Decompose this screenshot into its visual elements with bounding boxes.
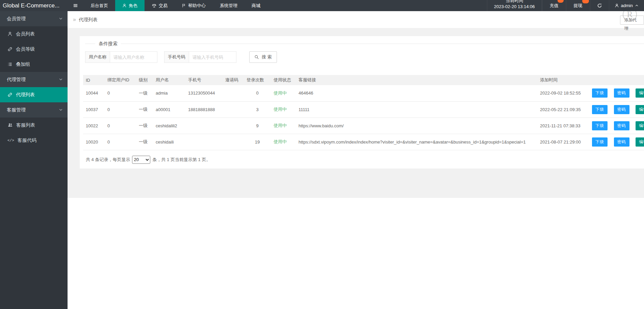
- sidebar-item-stack-group[interactable]: 叠加组: [0, 57, 68, 72]
- th-invite-code: 邀请码: [223, 75, 244, 85]
- password-button[interactable]: 密码: [614, 105, 629, 114]
- refresh-icon[interactable]: [590, 0, 609, 11]
- edit-button[interactable]: 编辑: [636, 137, 644, 147]
- breadcrumb: »代理列表: [73, 11, 98, 28]
- link-icon: [7, 92, 12, 97]
- th-service-link: 客服链接: [296, 75, 537, 85]
- th-id: ID: [83, 75, 105, 85]
- user-icon: [615, 3, 619, 8]
- th-created-at: 添加时间: [537, 75, 587, 85]
- chevron-down-icon: [59, 108, 63, 112]
- nav-item-role[interactable]: 角色: [115, 0, 145, 11]
- password-button[interactable]: 密码: [614, 121, 629, 130]
- sidebar-group-member[interactable]: 会员管理: [0, 11, 68, 26]
- username-label: 用户名称: [85, 51, 110, 63]
- scales-icon: [152, 3, 157, 8]
- subordinate-button[interactable]: 下级: [592, 105, 608, 114]
- add-agent-button[interactable]: 添加代理: [620, 16, 644, 25]
- navbar-right: 当前时间 2023-02-20 13:14:06 充值 提现 admin: [487, 0, 644, 11]
- th-actions: [587, 75, 644, 85]
- th-status: 使用状态: [271, 75, 296, 85]
- table-row: 10020 0 一级 ceshidaili 19 使用中 https://sdx…: [83, 134, 644, 150]
- pagination-prefix: 共 4 条记录，每页显示: [86, 157, 130, 163]
- nav-item-mall[interactable]: 商城: [244, 0, 267, 11]
- recharge-link[interactable]: 充值: [542, 0, 566, 11]
- status-badge: 使用中: [271, 118, 296, 134]
- nav-item-help[interactable]: 帮助中心: [175, 0, 213, 11]
- th-bind-user-id: 绑定用户ID: [105, 75, 136, 85]
- flag-icon: [182, 3, 186, 8]
- th-phone: 手机号: [185, 75, 223, 85]
- sidebar-item-member-level[interactable]: 会员等级: [0, 42, 68, 57]
- user-icon: [122, 3, 127, 8]
- phone-group: 手机号码: [164, 51, 236, 63]
- status-badge: 使用中: [271, 85, 296, 101]
- th-login-count: 登录次数: [244, 75, 271, 85]
- user-menu[interactable]: admin: [609, 0, 644, 11]
- edit-button[interactable]: 编辑: [636, 121, 644, 130]
- sidebar-group-service[interactable]: 客服管理: [0, 102, 68, 118]
- edit-button[interactable]: 编辑: [636, 105, 644, 114]
- user-icon: [7, 31, 12, 36]
- agent-table: ID 绑定用户ID 级别 用户名 手机号 邀请码 登录次数 使用状态 客服链接 …: [83, 75, 644, 150]
- current-time: 当前时间 2023-02-20 13:14:06: [487, 0, 542, 11]
- page-size-select[interactable]: 20: [132, 156, 150, 164]
- time-value: 2023-02-20 13:14:06: [494, 4, 535, 11]
- phone-input[interactable]: [189, 51, 236, 63]
- app-logo: Global E-Commerce...: [0, 0, 68, 11]
- nav-item-system[interactable]: 系统管理: [213, 0, 244, 11]
- sidebar: 会员管理 会员列表 会员等级 叠加组 代理管理 代理列表 客服管理 客服列表 <…: [0, 11, 68, 309]
- top-menu: 后台首页 角色 交易 帮助中心 系统管理 商城: [83, 0, 267, 11]
- code-icon: </>: [7, 138, 14, 143]
- pagination: 共 4 条记录，每页显示 20 条，共 1 页当前显示第 1 页。: [86, 156, 644, 164]
- th-username: 用户名: [153, 75, 185, 85]
- top-navbar: Global E-Commerce... 后台首页 角色 交易 帮助中心 系统管…: [0, 0, 644, 11]
- sidebar-item-service-code[interactable]: </> 客服代码: [0, 133, 68, 148]
- th-level: 级别: [136, 75, 153, 85]
- password-button[interactable]: 密码: [614, 137, 629, 147]
- search-icon: [254, 55, 259, 59]
- table-row: 10022 0 一级 ceshidalili2 9 使用中 https://ww…: [83, 118, 644, 134]
- status-badge: 使用中: [271, 101, 296, 118]
- chevron-down-icon: [59, 77, 63, 81]
- sidebar-item-member-list[interactable]: 会员列表: [0, 26, 68, 42]
- people-icon: [7, 123, 13, 128]
- table-row: 10037 0 一级 a00001 18818881888 3 使用中 1111…: [83, 101, 644, 118]
- status-badge: 使用中: [271, 134, 296, 150]
- withdraw-badge: [582, 0, 589, 3]
- subordinate-button[interactable]: 下级: [592, 137, 608, 147]
- breadcrumb-bar: »代理列表 添加代理 R: [68, 11, 644, 28]
- pagination-suffix: 条，共 1 页当前显示第 1 页。: [152, 157, 210, 163]
- search-button[interactable]: 搜 索: [249, 51, 277, 63]
- agent-list-card: 条件搜索 用户名称 手机号码 搜 索: [80, 36, 644, 169]
- link-icon: [7, 47, 12, 52]
- phone-label: 手机号码: [164, 51, 189, 63]
- table-row: 10044 0 一级 admia 13123050044 0 使用中 46464…: [83, 85, 644, 101]
- time-label: 当前时间: [487, 0, 542, 4]
- table-header-row: ID 绑定用户ID 级别 用户名 手机号 邀请码 登录次数 使用状态 客服链接 …: [83, 75, 644, 85]
- sidebar-group-agent[interactable]: 代理管理: [0, 72, 68, 87]
- withdraw-link[interactable]: 提现: [566, 0, 590, 11]
- search-fieldset: 条件搜索: [85, 44, 644, 44]
- chevron-down-icon: [59, 17, 63, 21]
- search-row: 用户名称 手机号码 搜 索: [85, 51, 644, 63]
- username-group: 用户名称: [85, 51, 157, 63]
- search-legend: 条件搜索: [95, 41, 121, 47]
- edit-button[interactable]: 编辑: [636, 88, 644, 98]
- username-input[interactable]: [110, 51, 157, 63]
- sidebar-item-service-list[interactable]: 客服列表: [0, 118, 68, 133]
- menu-icon[interactable]: [68, 0, 83, 11]
- subordinate-button[interactable]: 下级: [592, 88, 608, 98]
- subordinate-button[interactable]: 下级: [592, 121, 608, 130]
- breadcrumb-icon: »: [73, 17, 76, 22]
- sidebar-item-agent-list[interactable]: 代理列表: [0, 87, 68, 102]
- password-button[interactable]: 密码: [614, 88, 629, 98]
- chevron-up-icon: [635, 4, 639, 7]
- recharge-badge: [558, 0, 564, 3]
- main-content: 条件搜索 用户名称 手机号码 搜 索: [68, 28, 644, 198]
- list-icon: [7, 62, 12, 67]
- username: admin: [621, 3, 633, 8]
- nav-item-trade[interactable]: 交易: [145, 0, 175, 11]
- nav-item-home[interactable]: 后台首页: [83, 0, 115, 11]
